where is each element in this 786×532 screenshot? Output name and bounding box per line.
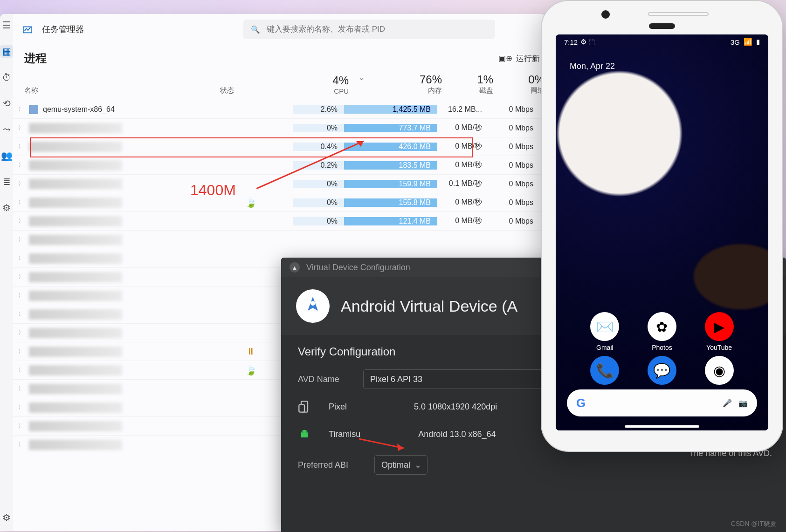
expand-icon[interactable]: 〉 [18,366,24,374]
notif-icon: ⚙ ⬚ [580,38,595,46]
avd-window-title: Virtual Device Configuration [306,263,410,273]
abi-label: Preferred ABI [298,460,363,470]
app-icon [22,24,33,34]
google-search-bar[interactable]: G 🎤 📷 [567,389,757,416]
process-name: qemu-system-x86_64 [43,105,115,114]
app-photos[interactable]: ✿Photos [648,312,676,351]
sensor-pill [649,23,675,29]
table-row[interactable]: 〉0.2%183.5 MB0 MB/秒0 Mbps [13,156,545,175]
search-box[interactable]: 🔍 [243,20,495,39]
signal-icon: 📶 [744,38,752,46]
clock: 7:12 [564,38,578,46]
system-name: Tiramisu [329,430,360,439]
nav-handle[interactable] [625,425,699,428]
menu-icon[interactable]: ☰ [0,19,13,32]
table-row[interactable]: 〉0%121.4 MB0 MB/秒0 Mbps [13,212,545,231]
expand-icon[interactable]: 〉 [18,180,24,188]
svg-point-7 [302,431,303,432]
expand-icon[interactable]: 〉 [18,143,24,150]
cell-cpu: 0.2% [293,161,344,170]
app-label: YouTube [706,344,732,351]
dock-phone[interactable]: 📞 [590,356,619,385]
google-g-icon: G [576,396,586,410]
history-icon[interactable]: ⟲ [0,97,13,110]
cell-disk: 0 MB/秒 [437,160,489,170]
mic-icon[interactable]: 🎤 [723,399,732,408]
table-row[interactable]: 〉🍃0%155.8 MB0 MB/秒0 Mbps [13,193,545,212]
settings-icon[interactable]: ⚙ [0,511,13,524]
android-icon [298,428,311,441]
app-gmail[interactable]: ✉️Gmail [590,312,619,351]
col-cpu[interactable]: 4%CPU [304,74,355,95]
table-row[interactable]: 〉0%159.9 MB0.1 MB/秒0 Mbps [13,175,545,193]
table-row[interactable]: 〉0.4%426.0 MB0 MB/秒0 Mbps [13,137,545,156]
cell-net: 0 Mbps [489,180,540,188]
col-status[interactable]: 状态 [220,86,304,95]
expand-icon[interactable]: 〉 [18,385,24,393]
table-row[interactable]: 〉 [13,231,545,249]
performance-icon[interactable]: ⏱ [0,71,13,84]
lens-icon[interactable]: 📷 [738,399,748,408]
expand-icon[interactable]: 〉 [18,441,24,449]
cell-disk: 0 MB/秒 [437,142,489,151]
expand-icon[interactable]: 〉 [18,422,24,430]
cell-cpu: 0% [293,198,344,207]
cell-mem: 773.7 MB [344,124,437,132]
details-icon[interactable]: ≣ [0,175,13,188]
signal-label: 3G [731,38,740,46]
expand-icon[interactable]: 〉 [18,236,24,244]
app-icon: ✉️ [590,312,619,341]
table-row[interactable]: 〉qemu-system-x86_642.6%1,425.5 MB16.2 MB… [13,100,545,119]
search-icon: 🔍 [251,25,260,34]
cell-disk: 0 MB/秒 [437,198,489,207]
users-icon[interactable]: 👥 [0,149,13,162]
dock-chrome[interactable]: ◉ [705,356,734,385]
startup-icon[interactable]: ⤳ [0,123,13,136]
tab-title: 进程 [24,51,47,66]
eco-icon: 🍃 [245,365,257,376]
expand-icon[interactable]: 〉 [18,105,24,113]
table-row[interactable]: 〉0%773.7 MB0 MB/秒0 Mbps [13,119,545,137]
expand-icon[interactable]: 〉 [18,198,24,206]
expand-icon[interactable]: 〉 [18,161,24,169]
cell-cpu: 0.4% [293,143,344,151]
device-name: Pixel [329,402,347,412]
app-icon: ▶ [705,312,734,341]
emulator-device: 7:12 ⚙ ⬚ 3G 📶 ▮ Mon, Apr 22 ✉️Gmail✿Phot… [541,0,783,452]
col-name[interactable]: 名称 [24,86,220,95]
dock-messages[interactable]: 💬 [648,356,676,385]
svg-point-4 [310,301,315,306]
expand-icon[interactable]: 〉 [18,273,24,281]
abi-select[interactable]: Optimal [374,455,427,475]
cell-net: 0 Mbps [489,161,540,170]
expand-icon[interactable]: 〉 [18,292,24,300]
device-icon [298,400,311,413]
expand-icon[interactable]: 〉 [18,310,24,318]
expand-icon[interactable]: 〉 [18,403,24,411]
processes-icon[interactable]: ▦ [0,45,13,58]
col-memory[interactable]: 76%内存 [355,73,448,95]
app-youtube[interactable]: ▶YouTube [705,312,734,351]
device-spec: 5.0 1080x1920 420dpi [414,402,497,412]
col-disk[interactable]: 1%磁盘 [448,73,500,95]
phone-frame: 7:12 ⚙ ⬚ 3G 📶 ▮ Mon, Apr 22 ✉️Gmail✿Phot… [541,0,783,452]
search-input[interactable] [267,25,488,34]
expand-icon[interactable]: 〉 [18,217,24,225]
cell-mem: 155.8 MB [344,198,437,207]
expand-icon[interactable]: 〉 [18,348,24,355]
expand-icon[interactable]: 〉 [18,329,24,337]
cell-net: 0 Mbps [489,105,540,114]
col-network[interactable]: 0%网络 [500,73,545,95]
cell-mem: 121.4 MB [344,217,437,225]
phone-screen[interactable]: 7:12 ⚙ ⬚ 3G 📶 ▮ Mon, Apr 22 ✉️Gmail✿Phot… [556,34,768,430]
services-icon[interactable]: ⚙ [0,201,13,214]
cell-net: 0 Mbps [489,217,540,225]
run-new-button[interactable]: ▣⊕ 运行新 [498,53,540,64]
cell-mem: 426.0 MB [344,143,437,151]
cell-mem: 159.9 MB [344,180,437,188]
home-date: Mon, Apr 22 [570,61,615,71]
expand-icon[interactable]: 〉 [18,254,24,262]
expand-icon[interactable]: 〉 [18,124,24,132]
app-grid: ✉️Gmail✿Photos▶YouTube [556,312,768,351]
cell-mem: 1,425.5 MB [344,105,437,114]
